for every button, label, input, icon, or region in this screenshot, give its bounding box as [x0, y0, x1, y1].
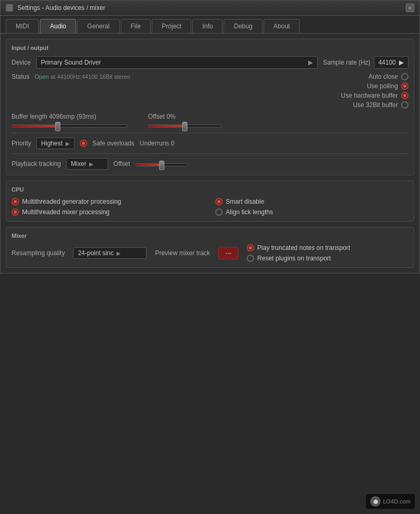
use-32bit-buffer-option: Use 32Bit buffer — [353, 101, 408, 109]
resampling-label: Resampling quality — [12, 249, 65, 257]
offset-ctrl-label: Offset — [113, 160, 130, 167]
sample-rate-label: Sample rate (Hz) — [323, 59, 371, 66]
device-arrow: ▶ — [308, 59, 313, 66]
status-label: Status — [12, 73, 29, 80]
auto-close-option: Auto close — [369, 73, 408, 80]
tab-info[interactable]: Info — [192, 19, 223, 33]
content-area: Input / output Device Primary Sound Driv… — [1, 34, 419, 273]
playback-offset-thumb[interactable] — [159, 161, 164, 170]
mixer-option-1[interactable]: Reset plugins on transport — [247, 255, 350, 262]
tab-general[interactable]: General — [77, 19, 120, 33]
offset-slider-thumb[interactable] — [182, 122, 187, 131]
window-title: Settings - Audio devices / mixer — [17, 4, 105, 12]
cpu-option-3[interactable]: Align tick lengths — [215, 208, 408, 216]
tab-file[interactable]: File — [121, 19, 151, 33]
cpu-radio-1[interactable] — [215, 198, 223, 205]
auto-close-radio[interactable] — [401, 73, 408, 80]
mixer-section-title: Mixer — [12, 233, 408, 239]
safe-overloads-label: Safe overloads — [92, 140, 134, 147]
buffer-slider-thumb[interactable] — [55, 122, 60, 131]
title-bar-left: Settings - Audio devices / mixer — [6, 4, 105, 12]
underruns-label: Underruns 0 — [140, 140, 174, 147]
app-icon — [6, 4, 13, 12]
playback-select[interactable]: Mixer ▶ — [66, 158, 108, 170]
cpu-option-1[interactable]: Smart disable — [215, 198, 408, 205]
mixer-option-0[interactable]: Play truncated notes on transport — [247, 244, 350, 251]
tab-audio[interactable]: Audio — [40, 19, 76, 33]
playback-value: Mixer — [71, 160, 86, 167]
sample-rate-group: Sample rate (Hz) 44100 ▶ — [323, 56, 408, 69]
device-row: Device Primary Sound Driver ▶ Sample rat… — [12, 56, 408, 69]
tab-midi[interactable]: MIDI — [6, 19, 39, 33]
preview-label: Preview mixer track — [155, 249, 210, 257]
right-options: Auto close Use polling Use hardware buff… — [341, 73, 408, 109]
cpu-radio-0[interactable] — [12, 198, 19, 205]
safe-overloads-radio[interactable] — [80, 140, 87, 147]
lo4d-text: LO4D.com — [383, 498, 411, 505]
lo4d-logo: ⬤ — [370, 496, 381, 507]
offset-slider-container: Offset 0% — [148, 113, 222, 128]
priority-select[interactable]: Highest ▶ — [36, 138, 75, 149]
sample-rate-value: 44100 — [379, 59, 396, 66]
cpu-option-label-0: Multithreaded generator processing — [22, 198, 121, 205]
cpu-radio-3[interactable] — [215, 208, 223, 216]
cpu-option-0[interactable]: Multithreaded generator processing — [12, 198, 205, 205]
playback-arrow: ▶ — [89, 161, 93, 167]
priority-value: Highest — [41, 140, 62, 147]
sample-rate-select[interactable]: 44100 ▶ — [374, 56, 408, 69]
cpu-option-label-2: Multithreaded mixer processing — [22, 208, 110, 216]
io-section: Input / output Device Primary Sound Driv… — [6, 39, 414, 175]
playback-offset-slider[interactable] — [135, 163, 188, 166]
device-select[interactable]: Primary Sound Driver ▶ — [36, 56, 318, 69]
mixer-section: Mixer Resampling quality 24-point sinc ▶… — [6, 227, 414, 268]
use-hardware-buffer-label: Use hardware buffer — [341, 92, 398, 99]
mixer-option-label-1: Reset plugins on transport — [257, 255, 331, 262]
use-hardware-buffer-radio[interactable] — [401, 92, 408, 99]
auto-close-label: Auto close — [369, 73, 398, 80]
resampling-value: 24-point sinc — [78, 249, 113, 257]
resampling-select[interactable]: 24-point sinc ▶ — [73, 247, 146, 259]
io-section-title: Input / output — [12, 45, 408, 51]
tab-about[interactable]: About — [264, 19, 300, 33]
lo4d-badge: ⬤ LO4D.com — [366, 494, 415, 509]
settings-window: Settings - Audio devices / mixer ✕ MIDI … — [0, 0, 420, 274]
mixer-options: Play truncated notes on transport Reset … — [247, 244, 350, 262]
offset-slider-fill — [149, 125, 185, 127]
preview-track-button[interactable]: --- — [218, 247, 238, 259]
cpu-option-2[interactable]: Multithreaded mixer processing — [12, 208, 205, 216]
use-polling-radio[interactable] — [401, 82, 408, 90]
device-label: Device — [12, 59, 31, 66]
cpu-section-title: CPU — [12, 186, 408, 193]
offset-label: Offset 0% — [148, 113, 222, 120]
tab-bar: MIDI Audio General File Project Info Deb… — [1, 16, 419, 34]
playback-row: Playback tracking Mixer ▶ Offset — [12, 158, 408, 170]
priority-row: Priority Highest ▶ Safe overloads Underr… — [12, 138, 408, 149]
mixer-option-label-0: Play truncated notes on transport — [257, 244, 350, 251]
device-value: Primary Sound Driver — [41, 59, 101, 66]
tab-project[interactable]: Project — [152, 19, 191, 33]
tab-debug[interactable]: Debug — [224, 19, 262, 33]
buffer-slider-fill — [12, 125, 58, 127]
offset-slider-track[interactable] — [148, 124, 222, 128]
playback-tracking-label: Playback tracking — [12, 160, 61, 167]
mixer-radio-0[interactable] — [247, 244, 254, 251]
use-32bit-buffer-label: Use 32Bit buffer — [353, 101, 398, 109]
buffer-slider-track[interactable] — [12, 124, 127, 128]
priority-label: Priority — [12, 140, 31, 147]
mixer-radio-1[interactable] — [247, 255, 254, 262]
status-detail-text: at 44100Hz;44100 16Bit stereo — [50, 74, 130, 80]
cpu-radio-2[interactable] — [12, 208, 19, 216]
use-polling-option: Use polling — [367, 82, 408, 90]
cpu-section: CPU Multithreaded generator processing S… — [6, 181, 414, 222]
status-row: Status Open at 44100Hz;44100 16Bit stere… — [12, 73, 130, 80]
title-bar: Settings - Audio devices / mixer ✕ — [1, 1, 419, 16]
priority-arrow: ▶ — [66, 141, 70, 146]
close-button[interactable]: ✕ — [406, 4, 414, 12]
use-32bit-buffer-radio[interactable] — [401, 101, 408, 109]
resampling-arrow: ▶ — [117, 250, 121, 256]
sample-rate-arrow: ▶ — [399, 59, 404, 66]
playback-offset-fill — [136, 164, 162, 166]
mixer-row: Resampling quality 24-point sinc ▶ Previ… — [12, 244, 408, 262]
buffer-slider-container: Buffer length 4096smp (93ms) — [12, 113, 127, 128]
use-hardware-buffer-option: Use hardware buffer — [341, 92, 408, 99]
